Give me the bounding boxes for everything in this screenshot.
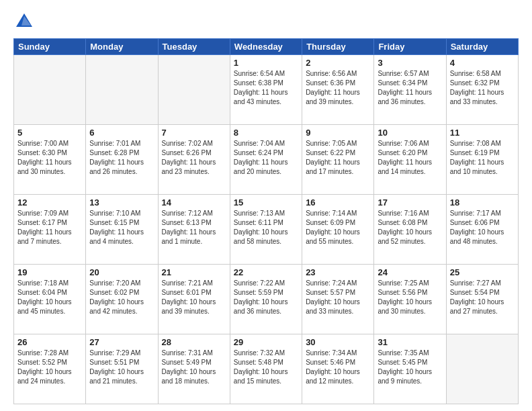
day-info: Sunrise: 7:05 AMSunset: 6:22 PMDaylight:… — [306, 139, 370, 177]
day-info: Sunrise: 7:04 AMSunset: 6:24 PMDaylight:… — [234, 139, 298, 177]
day-info: Sunrise: 7:16 AMSunset: 6:08 PMDaylight:… — [378, 209, 442, 246]
day-info: Sunrise: 7:25 AMSunset: 5:56 PMDaylight:… — [378, 279, 442, 316]
logo — [13, 11, 34, 33]
calendar-cell: 1Sunrise: 6:54 AMSunset: 6:38 PMDaylight… — [230, 54, 302, 124]
calendar-cell: 23Sunrise: 7:24 AMSunset: 5:57 PMDayligh… — [302, 264, 374, 334]
calendar-cell: 8Sunrise: 7:04 AMSunset: 6:24 PMDaylight… — [230, 124, 302, 194]
day-info: Sunrise: 7:27 AMSunset: 5:54 PMDaylight:… — [450, 279, 515, 316]
day-info: Sunrise: 7:00 AMSunset: 6:30 PMDaylight:… — [17, 139, 82, 177]
day-info: Sunrise: 7:20 AMSunset: 6:02 PMDaylight:… — [89, 279, 154, 316]
day-info: Sunrise: 6:54 AMSunset: 6:38 PMDaylight:… — [234, 69, 298, 107]
day-number: 10 — [378, 128, 442, 138]
day-info: Sunrise: 7:21 AMSunset: 6:01 PMDaylight:… — [162, 279, 226, 316]
calendar-week-4: 19Sunrise: 7:18 AMSunset: 6:04 PMDayligh… — [14, 264, 519, 334]
calendar-cell: 6Sunrise: 7:01 AMSunset: 6:28 PMDaylight… — [86, 124, 158, 194]
calendar-header-friday: Friday — [374, 38, 446, 54]
calendar-cell: 24Sunrise: 7:25 AMSunset: 5:56 PMDayligh… — [374, 264, 446, 334]
calendar-cell — [446, 334, 518, 404]
day-info: Sunrise: 7:32 AMSunset: 5:48 PMDaylight:… — [234, 349, 298, 386]
calendar-cell: 29Sunrise: 7:32 AMSunset: 5:48 PMDayligh… — [230, 334, 302, 404]
day-info: Sunrise: 7:01 AMSunset: 6:28 PMDaylight:… — [89, 139, 154, 177]
calendar-week-5: 26Sunrise: 7:28 AMSunset: 5:52 PMDayligh… — [14, 334, 519, 404]
calendar-cell: 28Sunrise: 7:31 AMSunset: 5:49 PMDayligh… — [158, 334, 230, 404]
calendar-cell: 18Sunrise: 7:17 AMSunset: 6:06 PMDayligh… — [446, 194, 518, 264]
day-number: 27 — [89, 337, 154, 347]
day-number: 30 — [306, 337, 370, 347]
day-number: 1 — [234, 58, 298, 68]
calendar-cell: 5Sunrise: 7:00 AMSunset: 6:30 PMDaylight… — [14, 124, 86, 194]
day-number: 5 — [17, 128, 82, 138]
day-number: 6 — [89, 128, 154, 138]
day-info: Sunrise: 6:58 AMSunset: 6:32 PMDaylight:… — [450, 69, 515, 107]
logo-icon — [15, 11, 34, 30]
day-info: Sunrise: 7:31 AMSunset: 5:49 PMDaylight:… — [162, 349, 226, 386]
day-info: Sunrise: 7:08 AMSunset: 6:19 PMDaylight:… — [450, 139, 515, 177]
day-number: 11 — [450, 128, 515, 138]
day-info: Sunrise: 7:06 AMSunset: 6:20 PMDaylight:… — [378, 139, 442, 177]
calendar-table: SundayMondayTuesdayWednesdayThursdayFrid… — [13, 38, 519, 404]
calendar-cell: 20Sunrise: 7:20 AMSunset: 6:02 PMDayligh… — [86, 264, 158, 334]
calendar-cell — [86, 54, 158, 124]
day-number: 12 — [17, 197, 82, 208]
page: SundayMondayTuesdayWednesdayThursdayFrid… — [0, 0, 532, 411]
calendar-cell: 16Sunrise: 7:14 AMSunset: 6:09 PMDayligh… — [302, 194, 374, 264]
calendar-cell: 2Sunrise: 6:56 AMSunset: 6:36 PMDaylight… — [302, 54, 374, 124]
day-number: 17 — [378, 197, 442, 208]
calendar-header-tuesday: Tuesday — [158, 38, 230, 54]
calendar-cell: 27Sunrise: 7:29 AMSunset: 5:51 PMDayligh… — [86, 334, 158, 404]
day-number: 18 — [450, 197, 515, 208]
day-info: Sunrise: 7:12 AMSunset: 6:13 PMDaylight:… — [162, 209, 226, 246]
day-info: Sunrise: 7:34 AMSunset: 5:46 PMDaylight:… — [306, 349, 370, 386]
day-info: Sunrise: 7:02 AMSunset: 6:26 PMDaylight:… — [162, 139, 226, 177]
day-info: Sunrise: 7:17 AMSunset: 6:06 PMDaylight:… — [450, 209, 515, 246]
calendar-cell: 14Sunrise: 7:12 AMSunset: 6:13 PMDayligh… — [158, 194, 230, 264]
day-number: 15 — [234, 197, 298, 208]
calendar-cell: 21Sunrise: 7:21 AMSunset: 6:01 PMDayligh… — [158, 264, 230, 334]
day-number: 3 — [378, 58, 442, 68]
calendar-header-saturday: Saturday — [446, 38, 518, 54]
calendar-header-wednesday: Wednesday — [230, 38, 302, 54]
day-number: 31 — [378, 337, 442, 347]
day-number: 14 — [162, 197, 226, 208]
calendar-cell: 13Sunrise: 7:10 AMSunset: 6:15 PMDayligh… — [86, 194, 158, 264]
calendar-week-1: 1Sunrise: 6:54 AMSunset: 6:38 PMDaylight… — [14, 54, 519, 124]
calendar-week-3: 12Sunrise: 7:09 AMSunset: 6:17 PMDayligh… — [14, 194, 519, 264]
day-number: 21 — [162, 267, 226, 277]
calendar-cell: 30Sunrise: 7:34 AMSunset: 5:46 PMDayligh… — [302, 334, 374, 404]
day-info: Sunrise: 7:13 AMSunset: 6:11 PMDaylight:… — [234, 209, 298, 246]
day-info: Sunrise: 7:28 AMSunset: 5:52 PMDaylight:… — [17, 349, 82, 386]
calendar-cell: 26Sunrise: 7:28 AMSunset: 5:52 PMDayligh… — [14, 334, 86, 404]
day-number: 13 — [89, 197, 154, 208]
calendar-cell: 9Sunrise: 7:05 AMSunset: 6:22 PMDaylight… — [302, 124, 374, 194]
calendar-cell — [14, 54, 86, 124]
day-info: Sunrise: 6:56 AMSunset: 6:36 PMDaylight:… — [306, 69, 370, 107]
day-info: Sunrise: 6:57 AMSunset: 6:34 PMDaylight:… — [378, 69, 442, 107]
day-number: 29 — [234, 337, 298, 347]
calendar-cell: 10Sunrise: 7:06 AMSunset: 6:20 PMDayligh… — [374, 124, 446, 194]
day-info: Sunrise: 7:24 AMSunset: 5:57 PMDaylight:… — [306, 279, 370, 316]
day-number: 20 — [89, 267, 154, 277]
calendar-header-monday: Monday — [86, 38, 158, 54]
calendar-cell — [158, 54, 230, 124]
day-info: Sunrise: 7:29 AMSunset: 5:51 PMDaylight:… — [89, 349, 154, 386]
day-number: 4 — [450, 58, 515, 68]
day-number: 7 — [162, 128, 226, 138]
day-number: 23 — [306, 267, 370, 277]
calendar-cell: 7Sunrise: 7:02 AMSunset: 6:26 PMDaylight… — [158, 124, 230, 194]
calendar-cell: 31Sunrise: 7:35 AMSunset: 5:45 PMDayligh… — [374, 334, 446, 404]
calendar-cell: 12Sunrise: 7:09 AMSunset: 6:17 PMDayligh… — [14, 194, 86, 264]
calendar-header-row: SundayMondayTuesdayWednesdayThursdayFrid… — [14, 38, 519, 54]
day-info: Sunrise: 7:09 AMSunset: 6:17 PMDaylight:… — [17, 209, 82, 246]
day-number: 28 — [162, 337, 226, 347]
day-info: Sunrise: 7:10 AMSunset: 6:15 PMDaylight:… — [89, 209, 154, 246]
day-number: 9 — [306, 128, 370, 138]
day-info: Sunrise: 7:35 AMSunset: 5:45 PMDaylight:… — [378, 349, 442, 386]
calendar-cell: 11Sunrise: 7:08 AMSunset: 6:19 PMDayligh… — [446, 124, 518, 194]
day-number: 16 — [306, 197, 370, 208]
day-number: 24 — [378, 267, 442, 277]
day-number: 25 — [450, 267, 515, 277]
day-number: 8 — [234, 128, 298, 138]
calendar-cell: 4Sunrise: 6:58 AMSunset: 6:32 PMDaylight… — [446, 54, 518, 124]
calendar-cell: 15Sunrise: 7:13 AMSunset: 6:11 PMDayligh… — [230, 194, 302, 264]
calendar-cell: 3Sunrise: 6:57 AMSunset: 6:34 PMDaylight… — [374, 54, 446, 124]
